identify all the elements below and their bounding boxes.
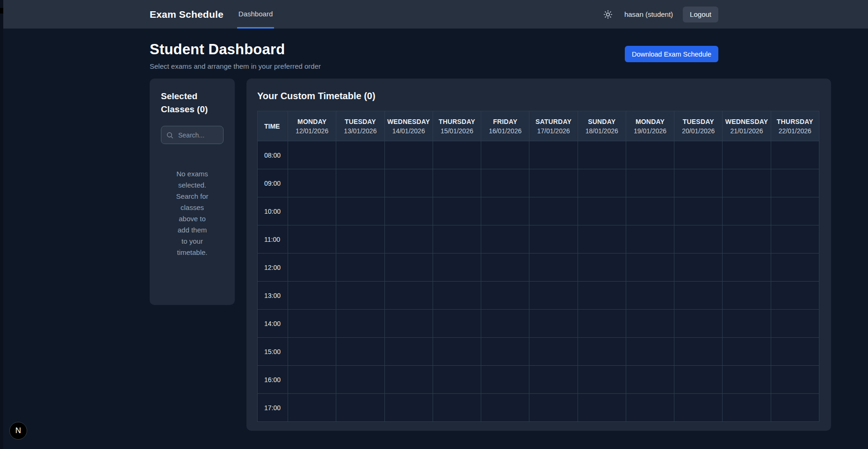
timetable-slot bbox=[433, 253, 481, 282]
timetable-row: 09:00 bbox=[258, 169, 819, 197]
timetable-row: 15:00 bbox=[258, 338, 819, 366]
timetable-slot bbox=[433, 141, 481, 169]
timetable-slot bbox=[481, 253, 529, 282]
timetable-slot bbox=[529, 141, 578, 169]
day-header-cell: THURSDAY22/01/2026 bbox=[771, 111, 819, 141]
timetable-slot bbox=[384, 197, 433, 225]
timetable-slot bbox=[288, 141, 336, 169]
timetable-slot bbox=[626, 253, 674, 282]
timetable-slot bbox=[288, 310, 336, 338]
day-date: 13/01/2026 bbox=[336, 127, 384, 135]
timetable-slot bbox=[723, 141, 771, 169]
timetable-header-row: TIME MONDAY12/01/2026TUESDAY13/01/2026WE… bbox=[258, 111, 819, 141]
day-header-cell: SUNDAY18/01/2026 bbox=[578, 111, 626, 141]
timetable-slot bbox=[529, 282, 578, 310]
time-cell: 13:00 bbox=[258, 282, 288, 310]
day-name: WEDNESDAY bbox=[723, 118, 770, 125]
timetable-slot bbox=[578, 253, 626, 282]
tab-dashboard-label: Dashboard bbox=[239, 10, 273, 18]
timetable-slot bbox=[771, 310, 819, 338]
timetable-slot bbox=[433, 366, 481, 394]
timetable-slot bbox=[384, 338, 433, 366]
timetable-slot bbox=[288, 366, 336, 394]
day-header-cell: SATURDAY17/01/2026 bbox=[529, 111, 578, 141]
timetable-slot bbox=[674, 169, 723, 197]
timetable-slot bbox=[626, 141, 674, 169]
timetable-slot bbox=[626, 366, 674, 394]
timetable-slot bbox=[336, 197, 384, 225]
timetable-slot bbox=[626, 338, 674, 366]
timetable-slot bbox=[433, 310, 481, 338]
day-header-cell: MONDAY19/01/2026 bbox=[626, 111, 674, 141]
timetable-slot bbox=[288, 197, 336, 225]
day-date: 19/01/2026 bbox=[626, 127, 674, 135]
day-header-cell: MONDAY12/01/2026 bbox=[288, 111, 336, 141]
day-header-cell: WEDNESDAY14/01/2026 bbox=[384, 111, 433, 141]
timetable-slot bbox=[288, 225, 336, 253]
timetable-slot bbox=[626, 169, 674, 197]
timetable-slot bbox=[336, 282, 384, 310]
timetable-title: Your Custom Timetable (0) bbox=[257, 91, 820, 101]
timetable-slot bbox=[578, 141, 626, 169]
timetable-row: 10:00 bbox=[258, 197, 819, 225]
timetable-slot bbox=[578, 394, 626, 422]
timetable-slot bbox=[384, 366, 433, 394]
day-date: 15/01/2026 bbox=[433, 127, 481, 135]
timetable-slot bbox=[529, 169, 578, 197]
timetable-slot bbox=[771, 338, 819, 366]
timetable-slot bbox=[336, 338, 384, 366]
timetable-slot bbox=[481, 197, 529, 225]
timetable-slot bbox=[626, 310, 674, 338]
day-name: TUESDAY bbox=[674, 118, 722, 125]
timetable-slot bbox=[771, 394, 819, 422]
download-exam-schedule-button[interactable]: Download Exam Schedule bbox=[625, 46, 718, 62]
day-date: 21/01/2026 bbox=[723, 127, 770, 135]
time-header-cell: TIME bbox=[258, 111, 288, 141]
day-date: 20/01/2026 bbox=[674, 127, 722, 135]
day-name: FRIDAY bbox=[481, 118, 529, 125]
day-name: SUNDAY bbox=[578, 118, 626, 125]
timetable-slot bbox=[771, 366, 819, 394]
day-date: 18/01/2026 bbox=[578, 127, 626, 135]
day-date: 22/01/2026 bbox=[771, 127, 819, 135]
timetable-slot bbox=[481, 310, 529, 338]
theme-toggle-button[interactable] bbox=[603, 10, 613, 19]
timetable-slot bbox=[771, 282, 819, 310]
timetable-body: 08:0009:0010:0011:0012:0013:0014:0015:00… bbox=[258, 141, 819, 422]
day-header-cell: FRIDAY16/01/2026 bbox=[481, 111, 529, 141]
timetable-row: 14:00 bbox=[258, 310, 819, 338]
timetable-slot bbox=[384, 282, 433, 310]
timetable-slot bbox=[481, 394, 529, 422]
timetable-slot bbox=[384, 169, 433, 197]
logout-button[interactable]: Logout bbox=[683, 7, 718, 22]
timetable-slot bbox=[336, 141, 384, 169]
timetable-slot bbox=[723, 169, 771, 197]
day-date: 17/01/2026 bbox=[529, 127, 577, 135]
timetable-row: 16:00 bbox=[258, 366, 819, 394]
timetable-slot bbox=[481, 141, 529, 169]
timetable-slot bbox=[288, 253, 336, 282]
day-name: THURSDAY bbox=[433, 118, 481, 125]
timetable-slot bbox=[771, 197, 819, 225]
time-cell: 17:00 bbox=[258, 394, 288, 422]
timetable-row: 08:00 bbox=[258, 141, 819, 169]
timetable-slot bbox=[433, 225, 481, 253]
time-cell: 08:00 bbox=[258, 141, 288, 169]
day-header-cell: TUESDAY13/01/2026 bbox=[336, 111, 384, 141]
timetable-slot bbox=[771, 225, 819, 253]
time-cell: 09:00 bbox=[258, 169, 288, 197]
timetable-slot bbox=[723, 197, 771, 225]
sun-icon bbox=[603, 10, 613, 19]
nextjs-dev-badge[interactable]: N bbox=[9, 422, 27, 440]
timetable-slot bbox=[723, 394, 771, 422]
timetable-slot bbox=[384, 141, 433, 169]
timetable-slot bbox=[723, 253, 771, 282]
time-cell: 15:00 bbox=[258, 338, 288, 366]
selected-classes-title: Selected Classes (0) bbox=[161, 90, 224, 116]
day-name: THURSDAY bbox=[771, 118, 819, 125]
day-name: MONDAY bbox=[626, 118, 674, 125]
tab-dashboard[interactable]: Dashboard bbox=[237, 0, 274, 29]
timetable-slot bbox=[674, 197, 723, 225]
time-cell: 11:00 bbox=[258, 225, 288, 253]
timetable-slot bbox=[529, 310, 578, 338]
